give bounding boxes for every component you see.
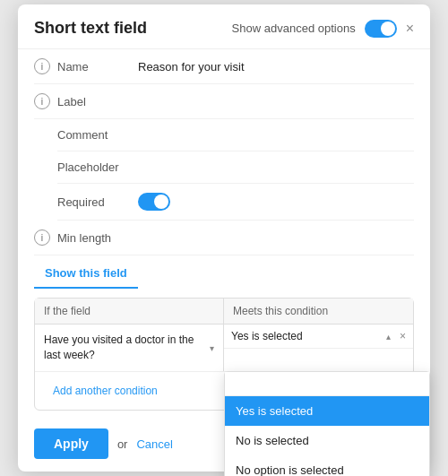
if-field-value: Have you visited a doctor in the last we… — [44, 333, 206, 363]
required-row: Required — [57, 184, 414, 221]
label-info-icon: i — [34, 93, 50, 109]
add-condition-link[interactable]: Add another condition — [44, 377, 167, 404]
required-label: Required — [57, 195, 138, 209]
name-row: i Name Reason for your visit — [34, 49, 414, 84]
tab-show-field[interactable]: Show this field — [34, 259, 138, 289]
meets-col-header: Meets this condition — [224, 299, 413, 324]
if-field-select[interactable]: Have you visited a doctor in the last we… — [35, 325, 224, 371]
dropdown-search-input[interactable] — [225, 372, 429, 396]
dropdown-option-2[interactable]: No option is selected — [225, 455, 429, 476]
modal-body: i Name Reason for your visit i Label Com… — [18, 49, 430, 472]
name-value: Reason for your visit — [138, 60, 245, 74]
min-length-row: i Min length — [34, 221, 414, 255]
modal-header: Short text field Show advanced options × — [18, 4, 430, 49]
placeholder-row: Placeholder — [57, 151, 414, 184]
meets-chevron-icon: ▴ — [386, 332, 391, 342]
meets-value: Yes is selected — [231, 330, 303, 342]
placeholder-label: Placeholder — [57, 160, 138, 174]
if-field-chevron-icon: ▾ — [210, 343, 214, 353]
apply-button[interactable]: Apply — [34, 428, 108, 459]
header-right: Show advanced options × — [232, 20, 414, 38]
name-info-icon: i — [34, 58, 50, 74]
comment-row: Comment — [57, 119, 414, 151]
modal-title: Short text field — [34, 19, 147, 38]
condition-header: If the field Meets this condition — [35, 299, 413, 325]
label-row: i Label — [34, 84, 414, 119]
name-label: Name — [57, 60, 138, 74]
tab-bar: Show this field — [34, 259, 414, 289]
if-field-col-header: If the field — [35, 299, 224, 324]
comment-label: Comment — [57, 128, 138, 142]
min-length-info-icon: i — [34, 229, 50, 246]
modal: Short text field Show advanced options ×… — [18, 4, 430, 472]
min-length-label: Min length — [57, 231, 138, 245]
advanced-toggle[interactable] — [365, 20, 397, 38]
close-icon[interactable]: × — [406, 22, 414, 36]
dropdown-option-0[interactable]: Yes is selected — [225, 396, 429, 426]
show-advanced-label: Show advanced options — [232, 22, 356, 35]
required-toggle[interactable] — [138, 193, 170, 211]
condition-value-wrapper: Yes is selected ▴ × Yes is selected No i… — [224, 325, 413, 371]
meets-close-icon[interactable]: × — [400, 330, 406, 342]
dropdown-option-1[interactable]: No is selected — [225, 426, 429, 455]
condition-row: Have you visited a doctor in the last we… — [35, 325, 413, 371]
condition-section: If the field Meets this condition Have y… — [34, 298, 414, 411]
condition-dropdown: Yes is selected No is selected No option… — [224, 371, 430, 476]
condition-value-header[interactable]: Yes is selected ▴ × — [224, 325, 413, 349]
cancel-link[interactable]: Cancel — [136, 437, 172, 451]
or-text: or — [117, 437, 128, 451]
label-label: Label — [57, 95, 138, 108]
